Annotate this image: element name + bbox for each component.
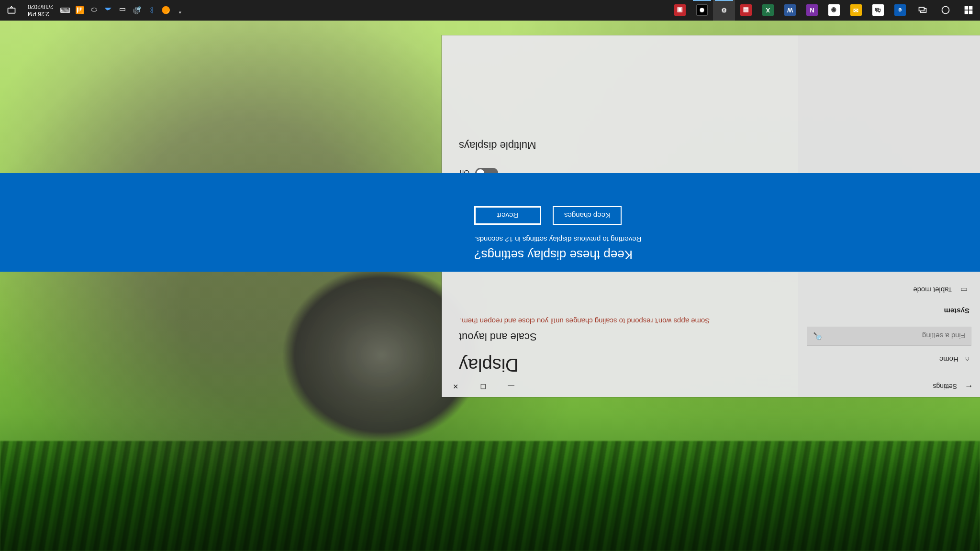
settings-titlebar: ← Settings [798,376,980,397]
cortana-icon [941,6,950,15]
minimize-button[interactable]: — [497,376,525,397]
taskbar-clock[interactable]: 2:26 PM 2/18/2020 [23,3,58,18]
keep-changes-button[interactable]: Keep changes [553,206,622,225]
cortana-button[interactable] [934,0,957,21]
tray-battery-icon[interactable]: ▭ [115,0,130,21]
start-button[interactable] [957,0,980,21]
app-pdf[interactable]: ▤ [735,0,757,21]
clock-time: 2:26 PM [28,11,53,18]
svg-rect-3 [965,6,969,10]
tablet-icon: ▭ [960,286,969,295]
tray-bluetooth-icon[interactable]: ᛒ [144,0,158,21]
svg-point-4 [942,7,949,14]
taskbar-apps: e 🛍 ✉ ◉ N W X ▤ ⚙ ⏺ ▣ [669,0,911,21]
app-onenote[interactable]: N [801,0,823,21]
sidebar-home[interactable]: ⌂ Home [807,351,971,368]
search-placeholder: Find a setting [922,332,965,341]
svg-rect-2 [969,6,973,10]
revert-button[interactable]: Revert [474,206,541,225]
tray-wifi-icon[interactable]: 📶 [72,0,87,21]
taskview-button[interactable] [911,0,934,21]
svg-rect-0 [969,11,973,14]
app-red[interactable]: ▣ [669,0,691,21]
taskbar: e 🛍 ✉ ◉ N W X ▤ ⚙ ⏺ ▣ ˄ 🟠 ᛒ 🔊 ▭ ☁ ⬭ 📶 ⌨ … [0,0,980,21]
app-word[interactable]: W [779,0,801,21]
action-center-button[interactable] [0,0,23,21]
tray-security-icon[interactable]: ⬭ [87,0,101,21]
sidebar-section-system: System [807,307,969,315]
back-arrow-icon[interactable]: ← [965,382,973,392]
close-button[interactable]: ✕ [442,376,469,397]
app-excel[interactable]: X [757,0,779,21]
maximize-button[interactable]: ☐ [469,376,497,397]
tray-weather-icon[interactable]: 🟠 [158,0,173,21]
search-input[interactable]: Find a setting 🔍 [807,327,971,346]
tray-keyboard-icon[interactable]: ⌨ [58,0,72,21]
tray-volume-icon[interactable]: 🔊 [130,0,144,21]
search-icon: 🔍 [813,332,822,341]
window-controls: — ☐ ✕ [442,376,525,397]
clock-date: 2/18/2020 [28,3,53,11]
page-title: Display [456,354,784,375]
tray-chevron[interactable]: ˄ [173,0,187,21]
app-screenrec[interactable]: ⏺ [691,0,713,21]
group-scale-heading: Scale and layout [456,331,784,343]
settings-window: ← Settings ⌂ Home Find a setting 🔍 Syste… [442,35,980,397]
svg-rect-7 [8,8,15,13]
app-edge[interactable]: e [889,0,911,21]
app-chrome[interactable]: ◉ [823,0,845,21]
tray-onedrive-icon[interactable]: ☁ [101,0,115,21]
banner-title: Keep these display settings? [474,247,970,262]
sidebar-item-label: Tablet mode [913,286,952,294]
home-icon: ⌂ [965,355,969,364]
system-tray: ˄ 🟠 ᛒ 🔊 ▭ ☁ ⬭ 📶 ⌨ [58,0,187,21]
sidebar-item-tablet[interactable]: ▭ Tablet mode [807,280,971,300]
settings-window-title: Settings [933,383,957,390]
notification-icon [7,6,16,15]
banner-message: Reverting to previous display settings i… [474,235,970,243]
wallpaper-grass [0,441,980,551]
svg-rect-6 [919,8,924,11]
windows-icon [964,6,973,15]
svg-rect-1 [965,11,969,14]
app-store[interactable]: 🛍 [867,0,889,21]
app-mail[interactable]: ✉ [845,0,867,21]
sidebar-home-label: Home [939,355,958,364]
taskview-icon [918,6,927,15]
scaling-warning: Some apps won't respond to scaling chang… [456,316,784,326]
display-confirm-banner: Keep these display settings? Reverting t… [442,173,980,272]
group-multi-heading: Multiple displays [456,139,784,152]
app-settings[interactable]: ⚙ [713,0,735,21]
